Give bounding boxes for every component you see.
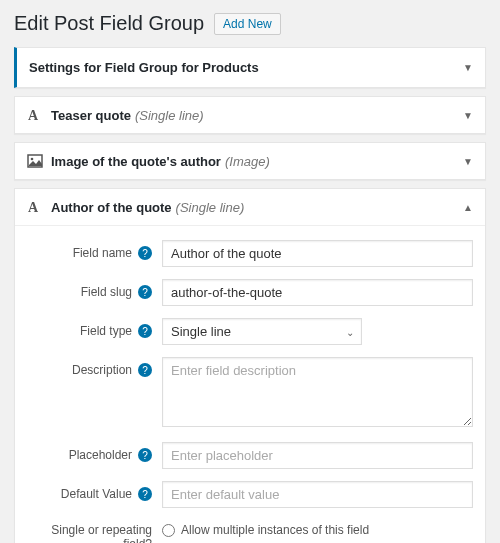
help-icon[interactable]: ? [138,487,152,501]
description-textarea[interactable] [162,357,473,427]
panel-author-title: Author of the quote [51,200,172,215]
panel-image: Image of the quote's author (Image) ▼ [14,142,486,180]
text-type-icon: A [27,107,43,123]
help-icon[interactable]: ? [138,285,152,299]
page-title: Edit Post Field Group [14,12,204,35]
help-icon[interactable]: ? [138,363,152,377]
description-label: Description [72,363,132,377]
repeating-multi-option[interactable]: Allow multiple instances of this field [162,520,473,540]
panel-author-type: (Single line) [176,200,245,215]
panel-image-title: Image of the quote's author [51,154,221,169]
field-name-input[interactable] [162,240,473,267]
panel-author-header[interactable]: A Author of the quote (Single line) ▲ [15,189,485,225]
panel-image-header[interactable]: Image of the quote's author (Image) ▼ [15,143,485,179]
panel-author: A Author of the quote (Single line) ▲ Fi… [14,188,486,543]
panel-teaser-type: (Single line) [135,108,204,123]
placeholder-input[interactable] [162,442,473,469]
svg-text:A: A [28,200,39,215]
chevron-up-icon: ▲ [463,202,473,213]
field-name-label: Field name [73,246,132,260]
panel-teaser-title: Teaser quote [51,108,131,123]
chevron-down-icon: ▼ [463,110,473,121]
svg-point-2 [31,158,34,161]
field-type-label: Field type [80,324,132,338]
repeating-multi-text: Allow multiple instances of this field [181,523,369,537]
chevron-down-icon: ▼ [463,156,473,167]
add-new-button[interactable]: Add New [214,13,281,35]
repeating-multi-radio[interactable] [162,524,175,537]
field-type-select[interactable] [162,318,362,345]
default-value-input[interactable] [162,481,473,508]
panel-teaser-header[interactable]: A Teaser quote (Single line) ▼ [15,97,485,133]
help-icon[interactable]: ? [138,448,152,462]
panel-settings-title: Settings for Field Group for Products [29,60,259,75]
panel-settings: Settings for Field Group for Products ▼ [14,47,486,88]
default-value-label: Default Value [61,487,132,501]
svg-text:A: A [28,108,39,123]
panel-image-type: (Image) [225,154,270,169]
repeating-label: Single or repeating field? [27,523,152,543]
field-slug-label: Field slug [81,285,132,299]
field-slug-input[interactable] [162,279,473,306]
text-type-icon: A [27,199,43,215]
panel-teaser: A Teaser quote (Single line) ▼ [14,96,486,134]
panel-settings-header[interactable]: Settings for Field Group for Products ▼ [17,48,485,87]
chevron-down-icon: ▼ [463,62,473,73]
help-icon[interactable]: ? [138,246,152,260]
image-type-icon [27,153,43,169]
help-icon[interactable]: ? [138,324,152,338]
placeholder-label: Placeholder [69,448,132,462]
